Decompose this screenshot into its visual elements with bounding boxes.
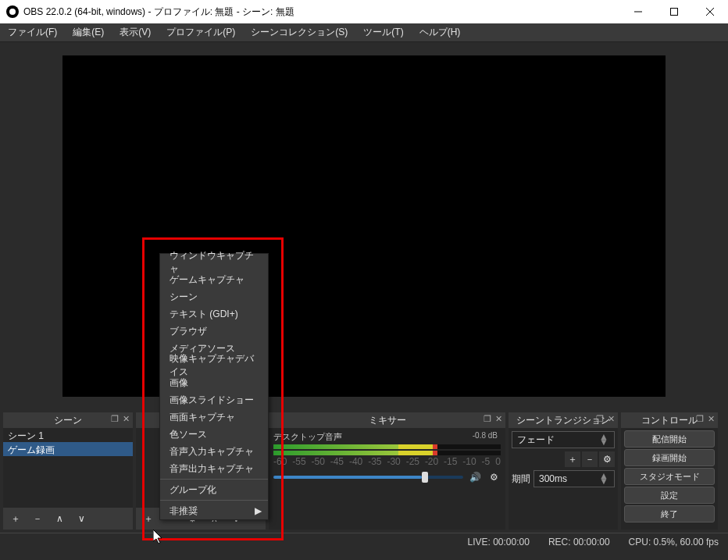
menu-color-source[interactable]: 色ソース xyxy=(160,426,268,443)
remove-transition-button[interactable]: － xyxy=(582,451,598,467)
meter-ticks: -60-55-50-45-40-35-30-25-20-15-10-50 xyxy=(273,456,501,467)
scenes-dock: シーン ❐ ✕ シーン 1 ゲーム録画 ＋ － ∧ ∨ xyxy=(3,412,133,530)
menu-window-capture[interactable]: ウィンドウキャプチャ xyxy=(160,254,268,271)
controls-close-icon[interactable]: ✕ xyxy=(708,414,715,424)
remove-scene-button[interactable]: － xyxy=(27,509,48,528)
scenes-header: シーン ❐ ✕ xyxy=(3,412,133,428)
audio-meter xyxy=(273,451,501,455)
menu-text-gdi[interactable]: テキスト (GDI+) xyxy=(160,305,268,323)
menu-help[interactable]: ヘルプ(H) xyxy=(412,23,469,41)
preview-canvas[interactable] xyxy=(62,55,666,397)
mixer-channel-label: デスクトップ音声 xyxy=(273,432,342,441)
submenu-arrow-icon: ▶ xyxy=(255,505,262,516)
mixer-db-value: -0.8 dB xyxy=(473,431,498,440)
controls-popout-icon[interactable]: ❐ xyxy=(696,414,704,424)
menu-separator xyxy=(160,479,268,480)
controls-dock: コントロール ❐ ✕ 配信開始 録画開始 スタジオモード 設定 終了 xyxy=(621,412,718,530)
start-record-button[interactable]: 録画開始 xyxy=(624,449,715,466)
scene-item[interactable]: ゲーム録画 xyxy=(3,442,133,456)
menu-game-capture[interactable]: ゲームキャプチャ xyxy=(160,271,268,288)
add-scene-button[interactable]: ＋ xyxy=(5,509,27,528)
transitions-dock: シーントランジション ❐ ✕ フェード ▲▼ ＋ － ⚙ 期間 300ms ▲▼ xyxy=(509,412,618,530)
menu-deprecated[interactable]: 非推奨 ▶ xyxy=(160,502,268,519)
menu-scene-source[interactable]: シーン xyxy=(160,288,268,305)
gear-icon[interactable]: ⚙ xyxy=(487,470,501,484)
menu-profile[interactable]: プロファイル(P) xyxy=(159,23,243,41)
audio-meter xyxy=(273,444,501,449)
duration-value: 300ms xyxy=(539,473,567,484)
menu-view[interactable]: 表示(V) xyxy=(112,23,159,41)
transitions-header: シーントランジション ❐ ✕ xyxy=(509,412,618,428)
statusbar: LIVE: 00:00:00 REC: 00:00:00 CPU: 0.5%, … xyxy=(0,533,728,550)
svg-rect-1 xyxy=(671,9,678,16)
transitions-popout-icon[interactable]: ❐ xyxy=(596,414,604,424)
window-close-button[interactable] xyxy=(692,0,728,23)
mixer-close-icon[interactable]: ✕ xyxy=(495,414,502,424)
transition-type-value: フェード xyxy=(517,433,555,447)
menu-video-capture[interactable]: 映像キャプチャデバイス xyxy=(160,357,268,374)
settings-button[interactable]: 設定 xyxy=(624,487,715,504)
menu-file[interactable]: ファイル(F) xyxy=(0,23,65,41)
menu-separator xyxy=(160,500,268,501)
scene-item[interactable]: シーン 1 xyxy=(3,428,133,442)
scene-down-button[interactable]: ∨ xyxy=(70,509,92,528)
add-transition-button[interactable]: ＋ xyxy=(565,451,580,467)
menu-edit[interactable]: 編集(E) xyxy=(65,23,112,41)
status-cpu: CPU: 0.5%, 60.00 fps xyxy=(629,537,719,548)
scenes-close-icon[interactable]: ✕ xyxy=(123,414,130,424)
scenes-list[interactable]: シーン 1 ゲーム録画 xyxy=(3,428,133,508)
studio-mode-button[interactable]: スタジオモード xyxy=(624,468,715,485)
menu-group[interactable]: グループ化 xyxy=(160,481,268,498)
mixer-title: ミキサー xyxy=(369,414,406,427)
controls-header: コントロール ❐ ✕ xyxy=(621,412,718,428)
duration-spinbox[interactable]: 300ms ▲▼ xyxy=(534,470,615,487)
duration-label: 期間 xyxy=(512,473,530,486)
transition-select[interactable]: フェード ▲▼ xyxy=(512,431,615,448)
add-source-context-menu: ウィンドウキャプチャ ゲームキャプチャ シーン テキスト (GDI+) ブラウザ… xyxy=(159,253,269,520)
menu-image-slideshow[interactable]: 画像スライドショー xyxy=(160,391,268,408)
window-title: OBS 22.0.2 (64-bit, windows) - プロファイル: 無… xyxy=(23,5,294,19)
menu-scene-collection[interactable]: シーンコレクション(S) xyxy=(243,23,355,41)
start-stream-button[interactable]: 配信開始 xyxy=(624,430,715,448)
controls-title: コントロール xyxy=(641,414,698,427)
preview-area xyxy=(0,42,728,409)
window-maximize-button[interactable] xyxy=(656,0,692,23)
speaker-icon[interactable]: 🔊 xyxy=(468,470,482,484)
menu-image[interactable]: 画像 xyxy=(160,374,268,391)
obs-logo-icon xyxy=(6,5,19,18)
mixer-popout-icon[interactable]: ❐ xyxy=(484,414,491,424)
menu-audio-input[interactable]: 音声入力キャプチャ xyxy=(160,443,268,460)
status-rec: REC: 00:00:00 xyxy=(548,537,610,548)
menu-display-capture[interactable]: 画面キャプチャ xyxy=(160,408,268,426)
menu-browser[interactable]: ブラウザ xyxy=(160,323,268,340)
scene-up-button[interactable]: ∧ xyxy=(48,509,70,528)
scenes-toolbar: ＋ － ∧ ∨ xyxy=(3,508,133,530)
scenes-popout-icon[interactable]: ❐ xyxy=(111,414,119,424)
window-minimize-button[interactable] xyxy=(620,0,656,23)
menu-tools[interactable]: ツール(T) xyxy=(355,23,411,41)
menubar: ファイル(F) 編集(E) 表示(V) プロファイル(P) シーンコレクション(… xyxy=(0,23,728,42)
mixer-body: デスクトップ音声 -0.8 dB -60-55-50-45-40-35-30-2… xyxy=(269,428,505,530)
window-titlebar: OBS 22.0.2 (64-bit, windows) - プロファイル: 無… xyxy=(0,0,728,23)
exit-button[interactable]: 終了 xyxy=(624,505,715,523)
volume-slider[interactable] xyxy=(273,476,463,479)
menu-audio-output[interactable]: 音声出力キャプチャ xyxy=(160,460,268,477)
scenes-title: シーン xyxy=(54,414,82,427)
status-live: LIVE: 00:00:00 xyxy=(467,537,529,548)
mixer-header: ミキサー ❐ ✕ xyxy=(269,412,505,428)
transition-settings-button[interactable]: ⚙ xyxy=(599,451,615,467)
transitions-close-icon[interactable]: ✕ xyxy=(608,414,615,424)
add-source-button[interactable]: ＋ xyxy=(137,509,159,528)
mixer-dock: ミキサー ❐ ✕ デスクトップ音声 -0.8 dB -60-55-50-45-4… xyxy=(269,412,505,530)
